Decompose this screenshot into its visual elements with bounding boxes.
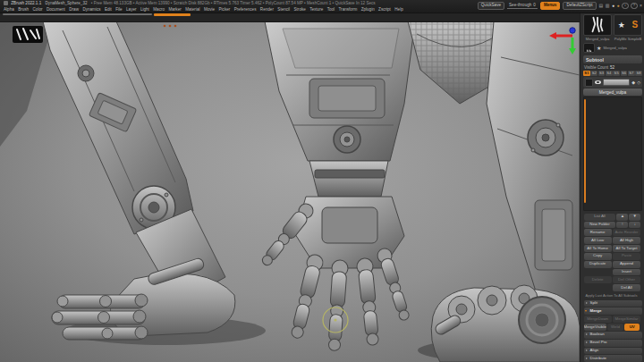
menu-item[interactable]: Material [185, 7, 199, 12]
current-tool-thumbnail[interactable] [583, 14, 612, 36]
subtool-button[interactable]: Insert [613, 269, 640, 276]
menu-item[interactable]: Zplugin [361, 7, 375, 12]
current-tool-cell[interactable]: Merged_vulpa [583, 14, 612, 41]
menu-item[interactable]: Macro [153, 7, 165, 12]
subtool-section-button[interactable]: MergeVisible [584, 324, 606, 331]
menu-item[interactable]: Dynamics [82, 7, 100, 12]
subtool-button[interactable]: All To Home [584, 245, 612, 252]
subtool-slot[interactable]: S1 [583, 71, 590, 76]
subtool-section-header[interactable]: Subtool [583, 55, 642, 63]
subtool-button[interactable]: Apply Last Action To All Subtools [584, 292, 642, 299]
menu-item[interactable]: Edit [105, 7, 112, 12]
menu-item[interactable]: Picker [219, 7, 231, 12]
subtool-list-area[interactable] [583, 97, 642, 211]
help-icon[interactable]: ? [631, 3, 638, 10]
recent-tool-row[interactable]: ★ Merged_vulpa [583, 43, 642, 53]
menu-item[interactable]: Zscript [378, 7, 391, 12]
subtool-slot[interactable]: S3 [598, 71, 606, 76]
subtool-scrollbar[interactable] [584, 99, 586, 203]
subtool-slot[interactable]: S4 [606, 71, 613, 76]
subtool-slot[interactable]: S7 [628, 71, 635, 76]
menu-item[interactable]: Color [33, 7, 43, 12]
subtool-button[interactable]: Del All [613, 284, 640, 291]
menus-button[interactable]: Menus [540, 2, 561, 10]
subtool-section-button[interactable]: MergeDown [584, 316, 612, 323]
subtool-item-thumbnail[interactable] [585, 79, 593, 87]
see-through-slider[interactable]: See-through 0 [507, 3, 538, 10]
subtool-slot[interactable]: S8 [635, 71, 642, 76]
recent-tool-thumbnail[interactable] [583, 43, 595, 53]
subtool-button[interactable]: ▼ [629, 214, 640, 221]
subtool-button[interactable]: Paste [613, 253, 640, 260]
recent-star-icon[interactable]: ★ [597, 45, 601, 51]
subtool-section-button[interactable]: Merge [584, 307, 642, 315]
menu-item[interactable]: File [115, 7, 122, 12]
quicksave-button[interactable]: QuickSave [478, 2, 504, 10]
menu-item[interactable]: Help [394, 7, 402, 12]
subtool-button[interactable]: List All [584, 214, 616, 221]
subtool-button[interactable]: Duplicate [584, 261, 612, 268]
menu-item[interactable]: Stroke [294, 7, 306, 12]
subtool-slot[interactable]: S6 [621, 71, 628, 76]
menu-item[interactable]: Alpha [4, 7, 14, 12]
layout-right-icon[interactable]: ▥ [606, 4, 610, 8]
quick-pick-cell[interactable]: ★ S PolyMe SimpleB [614, 14, 642, 41]
subtool-section-button[interactable]: Distribute [584, 355, 642, 362]
subtool-section-button[interactable]: Bevel Pro [584, 340, 642, 347]
subtool-section-button[interactable]: Weld [607, 324, 623, 331]
menu-item[interactable]: Preferences [234, 7, 257, 12]
subtool-section-button[interactable]: UV [624, 324, 640, 331]
menu-item[interactable]: Movie [204, 7, 215, 12]
subtool-slot[interactable]: S5 [613, 71, 620, 76]
close-icon[interactable]: × [640, 4, 642, 8]
polymesh3d-star-icon[interactable]: ★ [618, 21, 625, 29]
subtool-button[interactable]: All Low [584, 237, 612, 244]
simplebrush-icon[interactable]: S [632, 21, 639, 29]
subtool-button[interactable]: All To Target [613, 245, 640, 252]
polypaint-swatch[interactable] [603, 79, 630, 86]
layout-left-icon[interactable]: ▤ [599, 4, 604, 8]
menu-item[interactable]: Tool [327, 7, 335, 12]
document-name: DynaMesh_Sphere_32 [46, 1, 88, 5]
menu-item[interactable]: Draw [69, 7, 79, 12]
menu-item[interactable]: Brush [18, 7, 29, 12]
subtool-button[interactable]: Auto Reorder [613, 229, 640, 236]
paint-toggle-icon[interactable]: ◇ [637, 80, 640, 85]
menu-item[interactable]: Stencil [277, 7, 290, 12]
menu-item[interactable]: Layer [126, 7, 137, 12]
menu-item[interactable]: Marker [168, 7, 181, 12]
subtool-button[interactable]: ↑ [616, 222, 628, 229]
active-subtool-name[interactable]: Merged_vulpa [583, 88, 642, 96]
subtool-list-item[interactable]: ◆ ◇ [583, 77, 642, 88]
default-zscript-button[interactable]: DefaultZScript [563, 2, 596, 10]
subtool-button[interactable]: New Folder [584, 222, 616, 229]
subtool-button[interactable]: Del Other [613, 276, 640, 283]
menu-item[interactable]: Light [140, 7, 149, 12]
visibility-eye-icon[interactable] [595, 80, 601, 85]
topbar-icons: ▤▥●●i?× [599, 3, 642, 10]
visible-count-row[interactable]: Visible Count 52 [583, 63, 642, 71]
menu-item[interactable]: Transform [338, 7, 357, 12]
subtool-button[interactable]: All High [613, 237, 640, 244]
sculpt-toggle-icon[interactable]: ◆ [631, 80, 635, 85]
material-sphere-gold-icon[interactable]: ● [617, 4, 620, 8]
subtool-section-button[interactable]: MergeSimilar [613, 316, 640, 323]
info-icon[interactable]: i [622, 3, 629, 10]
subtool-button[interactable]: ▲ [616, 214, 628, 221]
menu-item[interactable]: Texture [309, 7, 323, 12]
material-sphere-icon[interactable]: ● [612, 4, 614, 8]
subtool-section-button[interactable]: Split [584, 300, 642, 307]
menu-item[interactable]: Document [47, 7, 65, 12]
active-tab-indicator[interactable] [154, 13, 191, 16]
subtool-button[interactable]: Rename [584, 229, 612, 236]
menu-item[interactable]: Render [260, 7, 274, 12]
subtool-button[interactable]: Copy [584, 253, 612, 260]
subtool-slot[interactable]: S2 [590, 71, 597, 76]
subtool-section-button[interactable]: Boolean [584, 332, 642, 339]
subtool-action-buttons: List All▲▼New Folder↑↓RenameAuto Reorder… [583, 213, 642, 299]
subtool-section-button[interactable]: Align [584, 348, 642, 355]
subtool-button[interactable]: Delete [584, 276, 612, 283]
subtool-button[interactable]: Append [613, 261, 640, 268]
viewport-canvas[interactable] [0, 21, 580, 362]
subtool-button[interactable]: ↓ [629, 222, 640, 229]
